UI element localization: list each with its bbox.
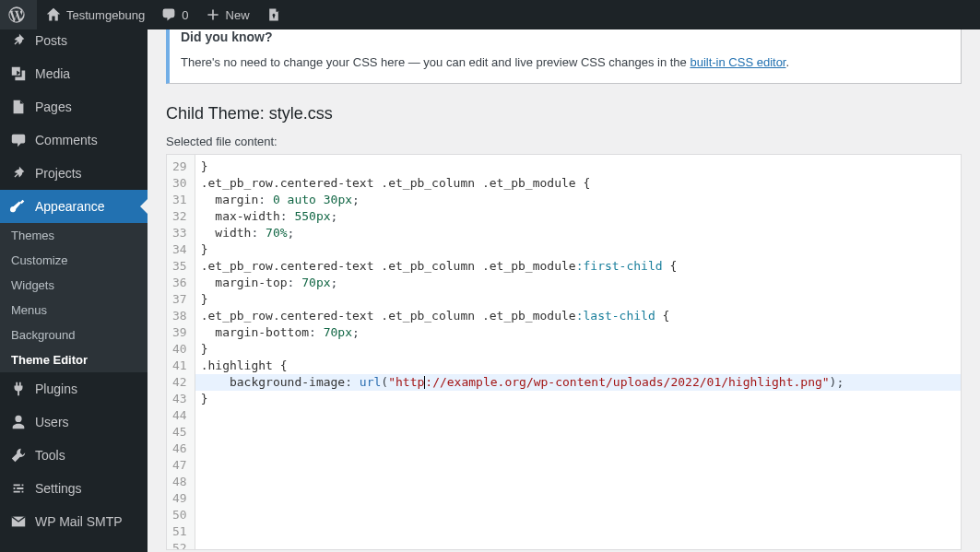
code-line[interactable] (201, 490, 955, 507)
sidebar-item-projects[interactable]: Projects (0, 157, 148, 190)
css-editor-link[interactable]: built-in CSS editor (690, 55, 785, 69)
sidebar-item-label: Users (35, 415, 69, 429)
code-line[interactable]: margin-top: 70px; (201, 275, 955, 291)
settings-icon (9, 479, 28, 498)
submenu-item-menus[interactable]: Menus (0, 298, 148, 323)
page-icon (9, 98, 28, 116)
code-line[interactable] (201, 424, 955, 440)
code-line[interactable] (201, 540, 955, 549)
info-notice: Did you know? There's no need to change … (166, 29, 962, 84)
submenu-item-theme-editor[interactable]: Theme Editor (0, 347, 148, 372)
submenu-item-themes[interactable]: Themes (0, 223, 148, 248)
plugin-icon (9, 380, 28, 398)
file-heading: Child Theme: style.css (166, 104, 962, 123)
tools-icon (9, 446, 28, 464)
code-line[interactable]: .highlight { (201, 358, 955, 374)
media-icon (9, 65, 28, 83)
site-link[interactable]: Testumgebung (37, 0, 152, 29)
code-line[interactable]: .et_pb_row.centered-text .et_pb_column .… (201, 308, 955, 324)
pin-icon (9, 164, 28, 182)
code-line[interactable]: max-width: 550px; (201, 208, 955, 225)
code-line[interactable]: } (201, 341, 955, 358)
mail-icon (9, 512, 28, 531)
code-line[interactable] (201, 507, 955, 523)
code-line[interactable] (201, 523, 955, 540)
sidebar-item-label: Plugins (35, 382, 77, 396)
line-gutter: 2930313233343536373839404142434445464748… (167, 155, 195, 549)
new-label: New (226, 8, 250, 22)
new-content-link[interactable]: New (196, 0, 257, 29)
sidebar-item-comments[interactable]: Comments (0, 123, 148, 157)
sidebar-item-label: Comments (35, 133, 98, 147)
comments-count: 0 (182, 8, 188, 22)
comments-link[interactable]: 0 (152, 0, 195, 29)
comment-icon (9, 131, 28, 149)
sidebar-item-label: Posts (35, 33, 67, 48)
note-icon (265, 6, 283, 24)
sidebar-item-label: Appearance (35, 199, 105, 214)
code-line[interactable]: background-image: url("http://example.or… (195, 374, 961, 391)
site-name: Testumgebung (66, 8, 145, 22)
brush-icon (9, 197, 28, 216)
sidebar-item-label: Projects (35, 166, 82, 181)
sidebar-item-plugins[interactable]: Plugins (0, 372, 148, 405)
admin-sidebar: PostsMediaPagesCommentsProjects Appearan… (0, 29, 148, 552)
sidebar-item-label: Settings (35, 481, 82, 496)
notice-text: There's no need to change your CSS here … (181, 53, 950, 72)
extra-tool[interactable] (257, 0, 294, 29)
submenu-item-widgets[interactable]: Widgets (0, 273, 148, 298)
wp-logo[interactable] (0, 0, 37, 29)
wordpress-icon (7, 6, 26, 24)
pin-icon (9, 31, 28, 50)
sidebar-item-media[interactable]: Media (0, 57, 148, 90)
sidebar-item-label: Media (35, 66, 70, 81)
code-line[interactable] (201, 457, 955, 474)
sidebar-item-label: Pages (35, 100, 72, 114)
code-line[interactable]: } (201, 241, 955, 258)
code-line[interactable]: .et_pb_row.centered-text .et_pb_column .… (201, 175, 955, 192)
sidebar-item-tools[interactable]: Tools (0, 439, 148, 472)
submenu-item-customize[interactable]: Customize (0, 248, 148, 273)
code-line[interactable]: margin: 0 auto 30px; (201, 192, 955, 208)
home-icon (44, 6, 63, 24)
code-area[interactable]: }.et_pb_row.centered-text .et_pb_column … (195, 155, 961, 549)
user-icon (9, 413, 28, 431)
notice-heading: Did you know? (181, 29, 950, 44)
code-line[interactable]: margin-bottom: 70px; (201, 324, 955, 341)
selected-file-label: Selected file content: (166, 135, 962, 148)
comment-bubble-icon (159, 6, 178, 24)
sidebar-item-label: WP Mail SMTP (35, 514, 123, 529)
code-editor[interactable]: 2930313233343536373839404142434445464748… (166, 154, 962, 550)
submenu-item-background[interactable]: Background (0, 323, 148, 347)
code-line[interactable]: } (201, 291, 955, 308)
sidebar-item-users[interactable]: Users (0, 405, 148, 439)
code-line[interactable] (201, 474, 955, 490)
code-line[interactable]: width: 70%; (201, 225, 955, 241)
sidebar-item-settings[interactable]: Settings (0, 472, 148, 505)
plus-icon (204, 6, 222, 24)
sidebar-item-wp-mail-smtp[interactable]: WP Mail SMTP (0, 505, 148, 538)
sidebar-item-appearance[interactable]: Appearance (0, 190, 148, 223)
code-line[interactable]: } (201, 391, 955, 407)
code-line[interactable] (201, 440, 955, 457)
sidebar-item-label: Tools (35, 448, 65, 463)
sidebar-item-pages[interactable]: Pages (0, 90, 148, 123)
code-line[interactable] (201, 407, 955, 424)
appearance-submenu: ThemesCustomizeWidgetsMenusBackgroundThe… (0, 223, 148, 372)
code-line[interactable]: } (201, 159, 955, 175)
code-line[interactable]: .et_pb_row.centered-text .et_pb_column .… (201, 258, 955, 275)
admin-topbar: Testumgebung 0 New (0, 0, 980, 29)
main-content: Did you know? There's no need to change … (148, 29, 980, 552)
sidebar-item-posts[interactable]: Posts (0, 29, 148, 57)
